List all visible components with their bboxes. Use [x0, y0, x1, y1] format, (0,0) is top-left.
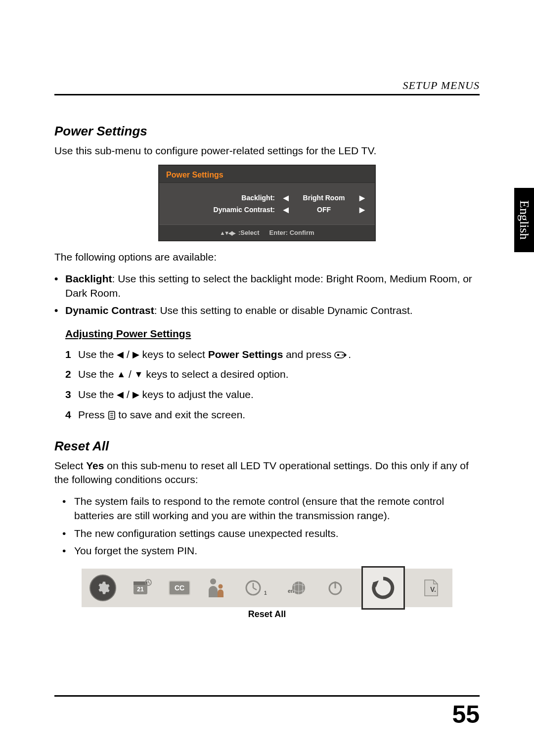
- svg-point-1: [337, 354, 340, 356]
- options-intro: The following options are available:: [54, 250, 480, 264]
- power-icon: [327, 579, 344, 596]
- reset-cond-3: You forget the system PIN.: [74, 543, 480, 561]
- osd-body: Backlight: ◀ Bright Room ▶ Dynamic Contr…: [159, 183, 375, 224]
- up-arrow-icon: ▲: [117, 368, 126, 382]
- svg-text:V.: V.: [430, 585, 436, 593]
- reset-caption: Reset All: [82, 609, 452, 620]
- cc-tile[interactable]: CC: [169, 580, 190, 595]
- adjusting-subheading: Adjusting Power Settings: [65, 328, 480, 340]
- reset-tile[interactable]: [361, 566, 405, 610]
- manual-page: SETUP MENUS English Power Settings Use t…: [0, 0, 534, 756]
- section-header: SETUP MENUS: [403, 79, 480, 92]
- calendar-icon: 21: [133, 578, 152, 597]
- left-arrow-icon[interactable]: ◀: [282, 206, 290, 214]
- power-settings-intro: Use this sub-menu to configure power-rel…: [54, 144, 480, 158]
- page-number: 55: [452, 700, 480, 729]
- clock-icon: 10s: [245, 578, 267, 598]
- cc-icon: CC: [175, 584, 184, 592]
- calendar-tile[interactable]: 21: [129, 575, 156, 601]
- page-content: Power Settings Use this sub-menu to conf…: [54, 124, 480, 620]
- osd-row-dyncontrast[interactable]: Dynamic Contrast: ◀ OFF ▶: [168, 204, 366, 216]
- option-dyncontrast: Dynamic Contrast: Use this setting to en…: [65, 303, 480, 320]
- left-arrow-icon[interactable]: ◀: [282, 194, 290, 202]
- right-arrow-icon: ▶: [133, 348, 139, 362]
- left-arrow-icon: ◀: [117, 348, 124, 362]
- osd-panel: Power Settings Backlight: ◀ Bright Room …: [158, 165, 376, 241]
- options-list: Backlight: Use this setting to select th…: [54, 271, 480, 321]
- sleep-timer-tile[interactable]: 10s: [243, 575, 269, 601]
- osd-footer-select: ▲▼◀▶ :Select: [220, 229, 259, 236]
- reset-icon: [369, 574, 398, 602]
- reset-cond-2: The new configuration settings cause une…: [74, 526, 480, 543]
- left-arrow-icon: ◀: [117, 388, 124, 402]
- page-icon: V.: [423, 578, 440, 598]
- parental-tile[interactable]: [203, 575, 230, 601]
- option-backlight: Backlight: Use this setting to select th…: [65, 271, 480, 304]
- right-arrow-icon[interactable]: ▶: [358, 206, 366, 214]
- svg-point-12: [210, 578, 216, 584]
- globe-icon: en: [285, 578, 307, 598]
- enter-icon: [334, 349, 348, 360]
- reset-all-intro: Select Yes on this sub-menu to reset all…: [54, 459, 480, 487]
- svg-text:10s: 10s: [264, 590, 267, 596]
- step-2: 2 Use the ▲ / ▼ keys to select a desired…: [65, 366, 480, 387]
- osd-backlight-value: Bright Room: [297, 194, 351, 202]
- osd-footer-confirm: Enter: Confirm: [269, 229, 314, 236]
- menu-strip: 21 CC: [54, 569, 480, 620]
- nav-arrows-icon: ▲▼◀▶: [220, 230, 234, 236]
- osd-row-backlight[interactable]: Backlight: ◀ Bright Room ▶: [168, 192, 366, 204]
- osd-dyncontrast-label: Dynamic Contrast:: [191, 206, 275, 214]
- menu-strip-tiles: 21 CC: [82, 569, 452, 607]
- down-arrow-icon: ▼: [134, 368, 143, 382]
- steps-list: 1 Use the ◀ / ▶ keys to select Power Set…: [54, 347, 480, 427]
- power-settings-heading: Power Settings: [54, 124, 480, 139]
- divider-bottom: [54, 695, 480, 697]
- parental-icon: [207, 578, 226, 598]
- reset-conditions-list: The system fails to respond to the remot…: [54, 494, 480, 561]
- gear-icon: [95, 580, 110, 595]
- language-tab-label: English: [517, 200, 532, 239]
- svg-point-13: [219, 584, 223, 589]
- power-tile[interactable]: [322, 575, 349, 601]
- settings-tile[interactable]: [89, 575, 116, 601]
- divider-top: [54, 94, 480, 95]
- svg-line-16: [253, 588, 257, 590]
- osd-footer: ▲▼◀▶ :Select Enter: Confirm: [159, 224, 375, 240]
- osd-title: Power Settings: [159, 166, 375, 183]
- step-4: 4 Press to save and exit the screen.: [65, 407, 480, 427]
- svg-text:21: 21: [137, 586, 144, 593]
- right-arrow-icon[interactable]: ▶: [358, 194, 366, 202]
- right-arrow-icon: ▶: [133, 388, 139, 402]
- osd-backlight-label: Backlight:: [191, 194, 275, 202]
- version-tile[interactable]: V.: [418, 575, 445, 601]
- reset-cond-1: The system fails to respond to the remot…: [74, 494, 480, 526]
- step-3: 3 Use the ◀ / ▶ keys to adjust the value…: [65, 387, 480, 407]
- language-tile[interactable]: en: [282, 575, 309, 601]
- language-tab: English: [514, 188, 534, 252]
- osd-dyncontrast-value: OFF: [297, 206, 351, 214]
- svg-line-11: [148, 582, 150, 583]
- menu-icon: [108, 409, 116, 420]
- osd-wrap: Power Settings Backlight: ◀ Bright Room …: [54, 165, 480, 241]
- step-1: 1 Use the ◀ / ▶ keys to select Power Set…: [65, 347, 480, 367]
- reset-all-heading: Reset All: [54, 439, 480, 454]
